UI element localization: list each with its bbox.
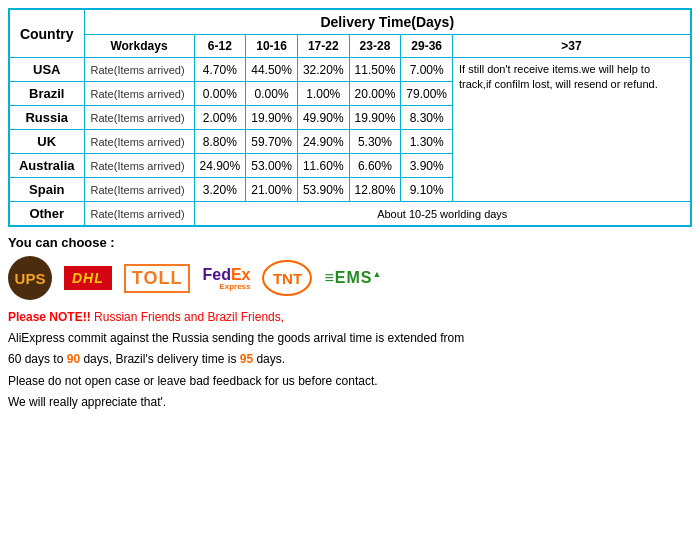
- country-cell: Spain: [9, 178, 84, 202]
- country-cell: Russia: [9, 106, 84, 130]
- data-cell: 3.90%: [401, 154, 453, 178]
- country-header: Country: [9, 9, 84, 58]
- data-cell: 12.80%: [349, 178, 401, 202]
- about-cell: About 10-25 worlding days: [194, 202, 691, 227]
- table-row: USARate(Items arrived)4.70%44.50%32.20%1…: [9, 58, 691, 82]
- note-bold: Please NOTE!!: [8, 310, 91, 324]
- note-num1: 90: [67, 352, 80, 366]
- data-cell: 59.70%: [246, 130, 298, 154]
- note-line5: We will really appreciate that'.: [8, 393, 692, 412]
- data-cell: 53.90%: [297, 178, 349, 202]
- country-cell: Australia: [9, 154, 84, 178]
- data-cell: 8.80%: [194, 130, 246, 154]
- rate-cell: Rate(Items arrived): [84, 106, 194, 130]
- data-cell: 19.90%: [349, 106, 401, 130]
- data-cell: 19.90%: [246, 106, 298, 130]
- data-cell: 53.00%: [246, 154, 298, 178]
- rate-cell: Rate(Items arrived): [84, 82, 194, 106]
- data-cell: 0.00%: [194, 82, 246, 106]
- subheader-37plus: >37: [453, 35, 691, 58]
- note-line3: 60 days to 90 days, Brazil's delivery ti…: [8, 350, 692, 369]
- data-cell: 24.90%: [194, 154, 246, 178]
- note-num2: 95: [240, 352, 253, 366]
- subheader-17-22: 17-22: [297, 35, 349, 58]
- ups-logo: UPS: [8, 256, 52, 300]
- data-cell: 49.90%: [297, 106, 349, 130]
- data-cell: 9.10%: [401, 178, 453, 202]
- tnt-logo: TNT: [262, 260, 312, 296]
- data-cell: 2.00%: [194, 106, 246, 130]
- data-cell: 4.70%: [194, 58, 246, 82]
- note-line3-pre: 60 days to: [8, 352, 67, 366]
- data-cell: 24.90%: [297, 130, 349, 154]
- data-cell: 11.50%: [349, 58, 401, 82]
- subheader-6-12: 6-12: [194, 35, 246, 58]
- shipping-section: You can choose : UPS DHL TOLL FedEx Expr…: [8, 235, 692, 300]
- rate-cell: Rate(Items arrived): [84, 154, 194, 178]
- table-row: OtherRate(Items arrived)About 10-25 worl…: [9, 202, 691, 227]
- data-cell: 44.50%: [246, 58, 298, 82]
- data-cell: 11.60%: [297, 154, 349, 178]
- note-section: Please NOTE!! Russian Friends and Brazil…: [8, 308, 692, 412]
- subheader-23-28: 23-28: [349, 35, 401, 58]
- data-cell: 79.00%: [401, 82, 453, 106]
- data-cell: 1.00%: [297, 82, 349, 106]
- note-line3-mid: days, Brazil's delivery time is: [80, 352, 240, 366]
- subheader-29-36: 29-36: [401, 35, 453, 58]
- fedex-logo: FedEx Express: [202, 266, 250, 291]
- note-line1-rest: Russian Friends and Brazil Friends,: [91, 310, 284, 324]
- country-cell: UK: [9, 130, 84, 154]
- data-cell: 5.30%: [349, 130, 401, 154]
- toll-logo: TOLL: [124, 264, 191, 293]
- subheader-10-16: 10-16: [246, 35, 298, 58]
- logos-row: UPS DHL TOLL FedEx Express TNT ≡EMS▲: [8, 256, 692, 300]
- dhl-logo: DHL: [64, 266, 112, 290]
- data-cell: 8.30%: [401, 106, 453, 130]
- data-cell: 1.30%: [401, 130, 453, 154]
- country-cell: Other: [9, 202, 84, 227]
- data-cell: 32.20%: [297, 58, 349, 82]
- choose-label: You can choose :: [8, 235, 692, 250]
- rate-cell: Rate(Items arrived): [84, 58, 194, 82]
- note-line1: Please NOTE!! Russian Friends and Brazil…: [8, 308, 692, 327]
- note-cell: If still don't receive items.we will hel…: [453, 58, 691, 202]
- data-cell: 20.00%: [349, 82, 401, 106]
- ems-logo: ≡EMS▲: [324, 269, 382, 287]
- delivery-header: Delivery Time(Days): [84, 9, 691, 35]
- rate-cell: Rate(Items arrived): [84, 178, 194, 202]
- rate-cell: Rate(Items arrived): [84, 202, 194, 227]
- data-cell: 21.00%: [246, 178, 298, 202]
- data-cell: 7.00%: [401, 58, 453, 82]
- note-line3-end: days.: [253, 352, 285, 366]
- data-cell: 6.60%: [349, 154, 401, 178]
- data-cell: 3.20%: [194, 178, 246, 202]
- country-cell: USA: [9, 58, 84, 82]
- note-line2: AliExpress commit against the Russia sen…: [8, 329, 692, 348]
- note-line4: Please do not open case or leave bad fee…: [8, 372, 692, 391]
- rate-cell: Rate(Items arrived): [84, 130, 194, 154]
- country-cell: Brazil: [9, 82, 84, 106]
- subheader-workdays: Workdays: [84, 35, 194, 58]
- data-cell: 0.00%: [246, 82, 298, 106]
- delivery-table: Country Delivery Time(Days) Workdays 6-1…: [8, 8, 692, 227]
